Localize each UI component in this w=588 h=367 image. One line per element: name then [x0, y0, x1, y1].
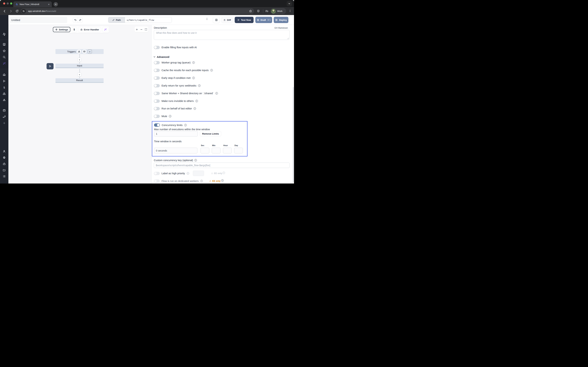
docs-button[interactable] — [213, 17, 220, 23]
panel-scrollbar[interactable] — [293, 87, 294, 182]
sidebar-item-search[interactable] — [2, 55, 6, 59]
variables-button[interactable]: $ — [71, 27, 77, 32]
sidebar-item-add[interactable]: + — [2, 121, 6, 125]
macos-fullscreen-button[interactable] — [10, 2, 12, 5]
toggle-runs-invisible[interactable] — [154, 100, 160, 103]
sidebar-item-schedules-prism[interactable] — [2, 98, 6, 102]
deploy-button[interactable]: Deploy — [274, 17, 288, 23]
macos-close-button[interactable] — [3, 2, 5, 5]
webhook-trigger-icon[interactable] — [77, 50, 81, 53]
advanced-section-header[interactable]: Advanced — [153, 55, 169, 58]
tab-search-button[interactable] — [287, 1, 292, 6]
sidebar-item-ai-wand[interactable] — [2, 62, 6, 65]
sidebar-item-folders[interactable] — [2, 168, 6, 172]
time-window-input[interactable] — [154, 148, 197, 153]
info-icon[interactable] — [194, 107, 196, 110]
flow-path-input[interactable] — [127, 19, 170, 21]
ee-only-badge: EE only — [211, 172, 222, 175]
macos-minimize-button[interactable] — [7, 2, 9, 5]
insert-step-button[interactable]: + — [78, 73, 81, 76]
toggle-early-stop[interactable] — [154, 76, 160, 80]
sidebar-item-resources[interactable] — [2, 92, 6, 95]
sidebar-item-flows[interactable] — [2, 115, 6, 118]
days-input[interactable] — [234, 148, 243, 153]
diff-button[interactable]: ± Diff — [222, 17, 233, 23]
settings-button[interactable]: Settings — [53, 27, 70, 32]
info-icon[interactable] — [196, 100, 198, 102]
redo-button[interactable] — [78, 17, 82, 23]
sidebar-item-workers[interactable] — [2, 162, 6, 166]
info-icon[interactable] — [194, 159, 197, 161]
error-handler-button[interactable]: Error Handler — [78, 27, 101, 32]
sidebar-item-runs[interactable] — [2, 79, 6, 83]
sidebar-item-users[interactable] — [2, 150, 6, 153]
windmill-logo[interactable] — [2, 32, 6, 36]
forward-icon[interactable] — [9, 9, 13, 13]
resize-grip-icon[interactable] — [287, 37, 289, 39]
canvas-toolbar: Settings $ Error Handler — [52, 26, 109, 33]
undo-button[interactable] — [73, 17, 78, 23]
email-trigger-icon[interactable] — [82, 50, 86, 53]
toggle-concurrency-limits[interactable] — [154, 123, 160, 127]
toggle-early-return[interactable] — [154, 84, 160, 87]
hours-input[interactable] — [223, 148, 232, 153]
info-icon[interactable] — [198, 84, 200, 87]
info-icon[interactable] — [169, 115, 171, 117]
more-options-icon[interactable] — [207, 18, 207, 20]
remove-limits-button[interactable]: Remove Limits — [200, 131, 221, 136]
description-textarea[interactable] — [154, 30, 290, 40]
sidebar-item-audit-logs[interactable] — [2, 175, 6, 178]
toggle-cache-results[interactable] — [154, 69, 160, 72]
sidebar-item-workspace[interactable] — [2, 43, 6, 46]
seconds-input[interactable] — [200, 148, 209, 153]
insert-step-button[interactable]: + — [78, 58, 81, 62]
info-icon[interactable] — [192, 77, 195, 79]
flow-canvas[interactable]: Settings $ Error Handler + − Triggers — [9, 25, 152, 184]
sidebar-item-settings[interactable] — [2, 156, 6, 159]
tab-close-icon[interactable]: × — [47, 3, 50, 6]
info-icon[interactable] — [223, 172, 225, 174]
media-controls-icon[interactable] — [265, 9, 268, 13]
triggers-node[interactable]: Triggers + — [55, 49, 104, 54]
url-bar[interactable]: app.windmill.dev/flows/add — [21, 8, 254, 14]
zoom-in-icon[interactable]: + — [136, 28, 138, 31]
run-input-button[interactable] — [47, 63, 53, 69]
toggle-run-on-behalf[interactable] — [154, 107, 160, 110]
ai-builder-button[interactable] — [102, 27, 109, 32]
sidebar-item-variables[interactable]: $ — [2, 86, 6, 89]
fit-view-icon[interactable] — [145, 28, 147, 31]
browser-tab[interactable]: New Flow | Windmill × — [13, 1, 52, 7]
toggle-mute[interactable] — [154, 115, 160, 118]
custom-concurrency-key-input[interactable] — [154, 163, 290, 168]
result-node[interactable]: Result — [55, 78, 104, 83]
extensions-icon[interactable] — [257, 9, 260, 13]
save-draft-button[interactable]: Draft ⌘S — [255, 17, 272, 23]
browser-profile-button[interactable]: Work — [270, 8, 286, 14]
info-icon[interactable] — [184, 124, 187, 126]
minutes-input[interactable] — [212, 148, 221, 153]
info-icon[interactable] — [200, 180, 203, 182]
browser-menu-icon[interactable] — [290, 10, 290, 12]
input-node[interactable]: Input — [55, 64, 104, 68]
info-icon[interactable] — [210, 69, 213, 71]
zoom-out-icon[interactable]: − — [140, 28, 142, 31]
bookmark-star-icon[interactable] — [249, 10, 252, 13]
test-flow-button[interactable]: Test flow — [235, 17, 254, 23]
info-icon[interactable] — [187, 172, 189, 175]
info-icon[interactable] — [221, 179, 224, 182]
info-icon[interactable] — [216, 92, 218, 95]
toggle-same-worker[interactable] — [154, 92, 160, 95]
new-tab-button[interactable]: + — [53, 2, 58, 7]
sidebar-item-home[interactable] — [2, 73, 6, 76]
info-icon[interactable] — [192, 61, 195, 64]
site-settings-icon[interactable] — [21, 9, 26, 13]
max-executions-input[interactable] — [154, 131, 198, 136]
toggle-worker-group-tag[interactable] — [154, 61, 160, 64]
reload-icon[interactable] — [15, 9, 19, 13]
back-icon[interactable] — [3, 9, 6, 13]
sidebar-item-favorites[interactable] — [2, 49, 6, 53]
sidebar-item-calendar[interactable] — [2, 109, 6, 112]
add-trigger-button[interactable]: + — [88, 50, 92, 54]
toggle-ai-flow-inputs[interactable] — [154, 46, 160, 49]
flow-summary-input[interactable] — [9, 17, 67, 23]
